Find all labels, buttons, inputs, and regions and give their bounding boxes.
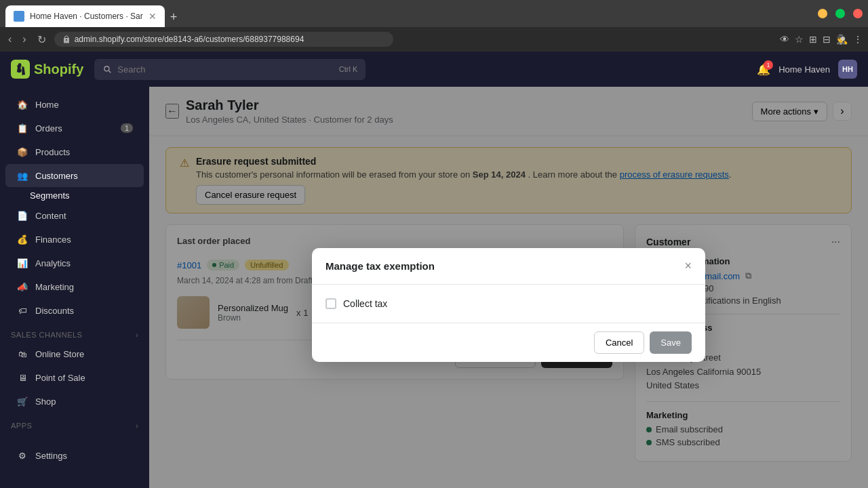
sidebar-item-label: Home (35, 100, 59, 110)
sidebar-item-analytics[interactable]: 📊 Analytics (5, 251, 144, 274)
sidebar-item-shop[interactable]: 🛒 Shop (5, 390, 144, 413)
notification-badge: 1 (764, 60, 773, 70)
bookmark-btn[interactable]: ☆ (795, 34, 804, 45)
browser-chrome: Home Haven · Customers · Sar ✕ + (0, 0, 868, 27)
save-button[interactable]: Save (650, 331, 692, 354)
sidebar-item-online-store[interactable]: 🛍 Online Store (5, 342, 144, 365)
sidebar-item-finances[interactable]: 💰 Finances (5, 228, 144, 251)
back-nav-button[interactable]: ‹ (5, 30, 14, 48)
sidebar-item-orders[interactable]: 📋 Orders 1 (5, 117, 144, 140)
sidebar-item-label: Analytics (35, 258, 71, 268)
marketing-icon: 📣 (16, 281, 28, 293)
sidebar-item-label: Content (35, 211, 66, 221)
cancel-button[interactable]: Cancel (594, 331, 644, 354)
svg-point-0 (16, 14, 22, 20)
store-avatar[interactable]: HH (838, 60, 857, 79)
notification-button[interactable]: 🔔 1 (757, 63, 770, 76)
url-text: admin.shopify.com/store/de8143-a6/custom… (75, 35, 304, 44)
search-container[interactable]: Ctrl K (94, 59, 366, 80)
search-input[interactable] (117, 64, 334, 75)
close-tab-btn[interactable]: ✕ (149, 11, 157, 22)
search-shortcut: Ctrl K (339, 65, 358, 73)
sidebar-item-products[interactable]: 📦 Products (5, 140, 144, 163)
active-tab[interactable]: Home Haven · Customers · Sar ✕ (5, 5, 165, 27)
sales-channels-label: Sales channels (11, 331, 82, 339)
customers-icon: 👥 (16, 169, 28, 182)
sidebar-item-label: Marketing (35, 282, 74, 292)
sidebar-item-marketing[interactable]: 📣 Marketing (5, 275, 144, 298)
online-store-icon: 🛍 (16, 348, 28, 360)
new-tab-button[interactable]: + (165, 7, 183, 27)
sidebar-item-label: Discounts (35, 306, 74, 316)
analytics-icon: 📊 (16, 257, 28, 269)
sidebar: 🏠 Home 📋 Orders 1 📦 Products 👥 Customers… (0, 87, 149, 488)
shop-icon: 🛒 (16, 395, 28, 407)
dialog-title: Manage tax exemption (326, 260, 435, 272)
sidebar-item-label: Customers (35, 171, 78, 181)
store-name: Home Haven (778, 64, 830, 75)
discounts-icon: 🏷 (16, 304, 28, 317)
shopify-header: Shopify Ctrl K 🔔 1 Home Haven HH (0, 52, 868, 87)
finances-icon: 💰 (16, 233, 28, 245)
incognito-btn[interactable]: 🕵 (836, 34, 848, 45)
shopify-logo: Shopify (11, 60, 83, 79)
home-icon: 🏠 (16, 98, 28, 110)
url-bar[interactable]: admin.shopify.com/store/de8143-a6/custom… (54, 32, 393, 47)
sidebar-item-label: Online Store (35, 349, 84, 359)
sidebar-item-customers[interactable]: 👥 Customers (5, 164, 144, 187)
main-content: ← Sarah Tyler Los Angeles CA, United Sta… (149, 87, 868, 488)
sidebar-item-point-of-sale[interactable]: 🖥 Point of Sale (5, 366, 144, 389)
settings-icon: ⚙ (16, 449, 28, 462)
products-icon: 📦 (16, 146, 28, 158)
collect-tax-row: Collect tax (326, 298, 692, 309)
menu-btn[interactable]: ⋮ (853, 34, 863, 45)
apps-arrow[interactable]: › (136, 422, 138, 430)
address-bar: ‹ › ↻ admin.shopify.com/store/de8143-a6/… (0, 27, 868, 52)
orders-badge: 1 (121, 123, 133, 133)
eye-icon-btn[interactable]: 👁 (780, 34, 789, 45)
sidebar-item-label: Settings (35, 451, 67, 461)
app-layout: 🏠 Home 📋 Orders 1 📦 Products 👥 Customers… (0, 87, 868, 488)
sidebar-item-content[interactable]: 📄 Content (5, 204, 144, 227)
dialog-body: Collect tax (312, 285, 705, 323)
pos-icon: 🖥 (16, 371, 28, 384)
dialog-footer: Cancel Save (312, 323, 705, 362)
sidebar-item-label: Products (35, 147, 70, 157)
collect-tax-label: Collect tax (343, 298, 387, 309)
shopify-logo-icon (11, 60, 30, 79)
extension-btn[interactable]: ⊞ (809, 34, 817, 45)
sidebar-item-settings[interactable]: ⚙ Settings (5, 444, 144, 467)
tax-exemption-dialog: Manage tax exemption × Collect tax Cance… (312, 248, 705, 362)
window-controls (818, 9, 863, 18)
sales-channels-arrow[interactable]: › (136, 331, 138, 339)
sidebar-item-label: Point of Sale (35, 373, 85, 383)
sidebar-sub-segments[interactable]: Segments (0, 188, 149, 203)
sidebar-item-label: Finances (35, 235, 71, 245)
sidebar-item-discounts[interactable]: 🏷 Discounts (5, 299, 144, 322)
dialog-close-button[interactable]: × (684, 259, 692, 273)
browser-right-controls: 👁 ☆ ⊞ ⊟ 🕵 ⋮ (780, 34, 863, 45)
shopify-logo-text: Shopify (34, 62, 83, 77)
browser-tabs: Home Haven · Customers · Sar ✕ + (5, 0, 182, 27)
tab-favicon (14, 11, 24, 22)
header-right: 🔔 1 Home Haven HH (757, 60, 857, 79)
maximize-button[interactable] (835, 9, 845, 18)
collect-tax-checkbox[interactable] (326, 298, 336, 309)
dialog-header: Manage tax exemption × (312, 248, 705, 285)
dialog-overlay[interactable]: Manage tax exemption × Collect tax Cance… (149, 87, 868, 488)
forward-nav-button[interactable]: › (20, 30, 28, 48)
tab-title: Home Haven · Customers · Sar (30, 12, 143, 21)
content-icon: 📄 (16, 209, 28, 222)
apps-label: Apps (11, 422, 32, 430)
sidebar-item-home[interactable]: 🏠 Home (5, 93, 144, 116)
sidebar-item-label: Shop (35, 396, 56, 407)
refresh-button[interactable]: ↻ (35, 30, 49, 49)
segments-label: Segments (30, 190, 70, 201)
sidebar-item-label: Orders (35, 123, 62, 134)
sidebar-btn[interactable]: ⊟ (823, 34, 831, 45)
apps-section: Apps › (0, 413, 149, 432)
minimize-button[interactable] (818, 9, 827, 18)
sales-channels-section: Sales channels › (0, 323, 149, 342)
close-window-button[interactable] (853, 9, 863, 18)
orders-icon: 📋 (16, 122, 28, 134)
